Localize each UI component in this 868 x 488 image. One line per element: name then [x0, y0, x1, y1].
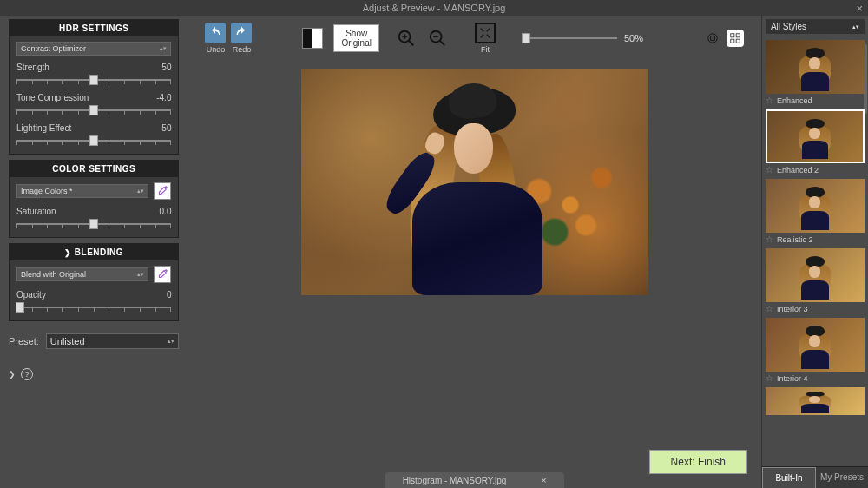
color-settings-section: COLOR SETTINGS Image Colors * ▴▾ Saturat… [9, 160, 179, 238]
redo-icon [234, 26, 248, 40]
style-thumbnail[interactable] [766, 40, 865, 94]
svg-rect-8 [711, 36, 715, 41]
titlebar: Adjust & Preview - MANSORY.jpg × [0, 0, 868, 16]
single-view-icon [707, 32, 719, 44]
grid-view-button[interactable] [727, 30, 744, 47]
blend-header[interactable]: ❯ BLENDING [10, 244, 178, 260]
blending-section: ❯ BLENDING Blend with Original ▴▾ Opacit… [9, 243, 179, 321]
close-icon[interactable]: × [541, 475, 546, 485]
help-icon[interactable]: ? [21, 368, 33, 380]
preview-canvas[interactable] [187, 61, 761, 488]
redo-button[interactable] [231, 23, 252, 43]
dropdown-arrows-icon: ▴▾ [852, 25, 859, 29]
zoom-in-button[interactable] [395, 27, 418, 49]
hdr-header: HDR SETTINGS [10, 20, 178, 36]
style-thumbnail[interactable] [766, 248, 865, 302]
left-panel: HDR SETTINGS Contrast Optimizer ▴▾ Stren… [0, 16, 187, 488]
svg-rect-9 [731, 34, 734, 37]
window-title: Adjust & Preview - MANSORY.jpg [363, 3, 506, 13]
slider-thumb[interactable] [16, 302, 24, 313]
favorite-star-icon[interactable]: ☆ [766, 165, 773, 175]
undo-icon [208, 26, 222, 40]
svg-line-1 [409, 41, 414, 46]
svg-rect-12 [736, 39, 740, 43]
slider-thumb[interactable] [89, 105, 98, 115]
dropdown-arrows-icon: ▴▾ [160, 47, 167, 50]
style-thumbnail[interactable] [766, 109, 865, 163]
eyedropper-icon [156, 268, 168, 280]
slider-thumb[interactable] [89, 75, 98, 85]
color-header: COLOR SETTINGS [10, 161, 178, 177]
saturation-slider[interactable] [16, 218, 171, 230]
fit-button[interactable] [475, 23, 496, 43]
zoom-out-icon [428, 29, 447, 48]
zoom-value: 50% [624, 33, 643, 43]
undo-button[interactable] [205, 23, 226, 43]
opacity-slider[interactable] [16, 301, 171, 313]
dropdown-arrows-icon: ▴▾ [137, 189, 144, 193]
styles-panel: All Styles ▴▾ ☆Enhanced ☆Enhanced 2 ☆Rea… [761, 16, 868, 488]
styles-list: ☆Enhanced ☆Enhanced 2 ☆Realistic 2 ☆Inte… [762, 37, 868, 466]
mypresets-tab[interactable]: My Presets [816, 467, 868, 488]
show-original-button[interactable]: Show Original [333, 24, 378, 52]
preset-dropdown[interactable]: Unlisted ▴▾ [46, 333, 180, 349]
svg-rect-10 [736, 34, 740, 37]
favorite-star-icon[interactable]: ☆ [766, 96, 773, 105]
blend-mode-dropdown[interactable]: Blend with Original ▴▾ [16, 267, 148, 281]
grid-view-icon [729, 32, 741, 44]
hdr-mode-dropdown[interactable]: Contrast Optimizer ▴▾ [16, 42, 171, 56]
style-thumbnail[interactable] [766, 387, 865, 415]
dropdown-arrows-icon: ▴▾ [137, 273, 144, 276]
hdr-settings-section: HDR SETTINGS Contrast Optimizer ▴▾ Stren… [9, 19, 179, 155]
toolbar: Undo Redo Show Original [187, 16, 761, 61]
slider-thumb[interactable] [89, 135, 98, 146]
favorite-star-icon[interactable]: ☆ [766, 304, 773, 313]
svg-line-5 [440, 41, 445, 46]
color-mode-dropdown[interactable]: Image Colors * ▴▾ [16, 184, 148, 198]
eyedropper-button[interactable] [154, 266, 171, 283]
eyedropper-button[interactable] [154, 182, 171, 200]
center-panel: Undo Redo Show Original [187, 16, 761, 488]
split-view-button[interactable] [302, 28, 323, 49]
preset-label: Preset: [9, 336, 39, 346]
zoom-in-icon [397, 29, 416, 48]
builtin-tab[interactable]: Built-In [762, 467, 816, 488]
svg-point-7 [708, 34, 718, 43]
close-icon[interactable]: × [856, 2, 863, 15]
collapse-icon[interactable]: ❯ [9, 370, 16, 379]
strength-slider[interactable] [16, 74, 171, 86]
zoom-out-button[interactable] [426, 27, 449, 49]
style-thumbnail[interactable] [766, 318, 865, 372]
lighting-slider[interactable] [16, 135, 171, 147]
svg-rect-11 [731, 39, 734, 43]
dropdown-arrows-icon: ▴▾ [168, 340, 174, 343]
styles-dropdown[interactable]: All Styles ▴▾ [766, 19, 865, 34]
tone-slider[interactable] [16, 104, 171, 116]
zoom-slider[interactable] [522, 37, 617, 39]
eyedropper-icon [156, 185, 168, 197]
favorite-star-icon[interactable]: ☆ [766, 373, 773, 383]
next-finish-button[interactable]: Next: Finish [649, 450, 747, 474]
slider-thumb[interactable] [522, 33, 530, 43]
single-view-button[interactable] [704, 30, 721, 47]
style-thumbnail[interactable] [766, 179, 865, 233]
favorite-star-icon[interactable]: ☆ [766, 234, 773, 244]
preview-image [301, 69, 648, 295]
slider-thumb[interactable] [89, 219, 98, 229]
histogram-tab[interactable]: Histogram - MANSORY.jpg × [385, 472, 564, 488]
fit-icon [479, 27, 491, 39]
